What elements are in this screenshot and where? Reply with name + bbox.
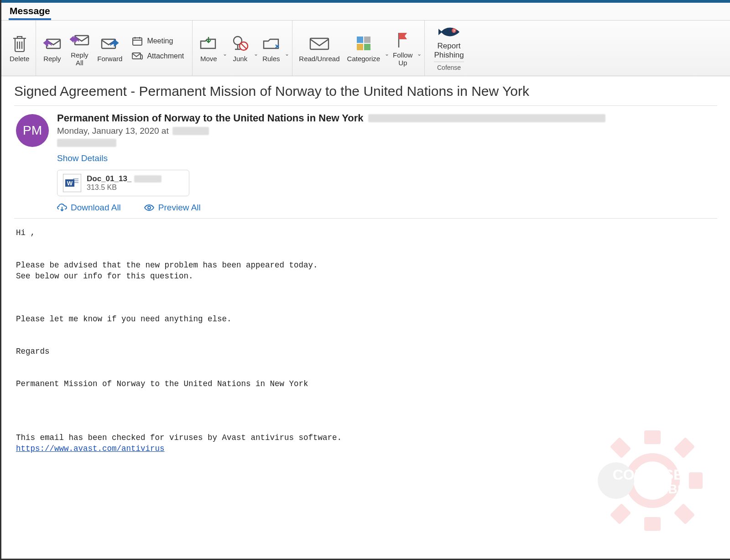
svg-rect-8 xyxy=(357,37,363,43)
ribbon: Delete Reply Reply All Forward xyxy=(1,21,730,76)
email-body: Hi , Please be advised that the new prob… xyxy=(14,219,717,454)
eye-icon xyxy=(144,204,155,211)
email-header: PM Permanent Mission of Norway to the Un… xyxy=(14,105,717,219)
antivirus-link[interactable]: https://www.avast.com/antivirus xyxy=(16,444,165,453)
svg-rect-7 xyxy=(310,38,328,49)
sender-name: Permanent Mission of Norway to the Unite… xyxy=(57,112,364,124)
reply-icon xyxy=(42,33,62,53)
attachment-item[interactable]: Doc_01_13_ 313.5 KB xyxy=(57,170,189,196)
reply-all-button[interactable]: Reply All xyxy=(65,28,94,68)
chevron-down-icon[interactable]: ⌄ xyxy=(254,51,258,57)
calendar-icon xyxy=(131,36,143,46)
sender-avatar: PM xyxy=(16,114,49,147)
svg-rect-3 xyxy=(133,38,142,45)
forward-button[interactable]: Forward xyxy=(94,31,126,65)
redacted-filename-part xyxy=(134,175,162,183)
word-doc-icon xyxy=(63,174,81,192)
download-all-link[interactable]: Download All xyxy=(57,203,121,213)
redacted-time xyxy=(172,127,209,135)
sender-line: Permanent Mission of Norway to the Unite… xyxy=(57,112,715,124)
tab-message[interactable]: Message xyxy=(9,5,51,20)
svg-rect-9 xyxy=(364,37,370,43)
reply-button[interactable]: Reply xyxy=(39,31,65,65)
attachment-size: 313.5 KB xyxy=(87,183,162,192)
svg-rect-11 xyxy=(364,44,370,50)
attachment-button[interactable]: Attachment xyxy=(129,50,187,63)
svg-text:?: ? xyxy=(453,29,455,33)
preview-all-link[interactable]: Preview All xyxy=(144,203,201,213)
reply-all-icon xyxy=(69,30,90,50)
forward-icon xyxy=(100,33,120,53)
redacted-recipient xyxy=(57,139,116,147)
chevron-down-icon[interactable]: ⌄ xyxy=(385,51,389,57)
report-phishing-button[interactable]: ? Report Phishing Cofense xyxy=(428,24,470,72)
svg-rect-10 xyxy=(357,44,363,50)
email-date: Monday, January 13, 2020 at xyxy=(57,126,715,136)
show-details-link[interactable]: Show Details xyxy=(57,153,108,163)
junk-button[interactable]: Junk xyxy=(227,31,253,65)
rules-button[interactable]: Rules xyxy=(258,31,284,65)
envelope-clip-icon xyxy=(131,52,143,61)
envelope-icon xyxy=(308,33,330,53)
move-button[interactable]: Move xyxy=(195,31,222,65)
redacted-emails xyxy=(368,114,605,122)
svg-rect-4 xyxy=(132,53,141,59)
email-subject: Signed Agreement - Permanent Mission of … xyxy=(14,81,717,105)
follow-up-button[interactable]: Follow Up xyxy=(389,28,416,68)
fish-icon: ? xyxy=(437,25,461,41)
read-unread-button[interactable]: Read/Unread xyxy=(295,31,343,65)
chevron-down-icon[interactable]: ⌄ xyxy=(285,51,289,57)
chevron-down-icon[interactable]: ⌄ xyxy=(223,51,227,57)
junk-icon xyxy=(231,33,249,53)
flag-icon xyxy=(396,30,410,50)
folder-move-icon xyxy=(199,33,218,53)
attachment-filename: Doc_01_13_ xyxy=(87,174,131,183)
categorize-button[interactable]: Categorize xyxy=(344,31,384,65)
chevron-down-icon[interactable]: ⌄ xyxy=(417,51,422,57)
categorize-icon xyxy=(355,33,372,53)
delete-button[interactable]: Delete xyxy=(6,31,33,65)
download-icon xyxy=(57,203,67,212)
ribbon-tabs: Message xyxy=(1,3,730,21)
rules-icon xyxy=(262,33,280,53)
svg-point-14 xyxy=(148,206,151,209)
trash-icon xyxy=(11,33,28,53)
meeting-button[interactable]: Meeting xyxy=(129,34,187,48)
